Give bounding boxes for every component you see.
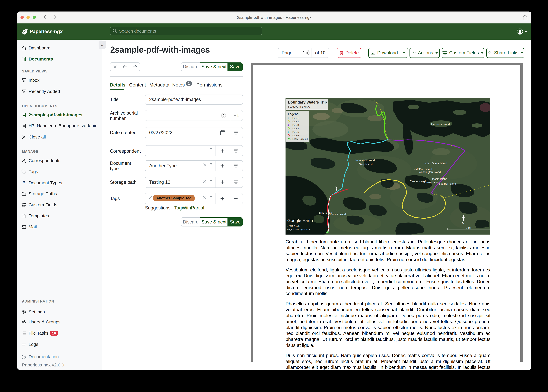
svg-text:Norway Island: Norway Island [423, 181, 440, 184]
svg-text:Day 3: Day 3 [292, 124, 299, 126]
svg-text:Washington Island: Washington Island [419, 171, 441, 174]
svg-text:Legend: Legend [288, 112, 299, 116]
svg-text:Google Earth: Google Earth [287, 218, 313, 223]
svg-text:Text: Text [387, 179, 394, 184]
svg-text:3 mi: 3 mi [466, 226, 471, 229]
svg-text:Day 1: Day 1 [292, 117, 299, 119]
svg-text:Six days in BWCA: Six days in BWCA [288, 105, 310, 108]
svg-text:Day 2: Day 2 [292, 120, 299, 123]
svg-text:Charlies Island: Charlies Island [328, 213, 346, 216]
svg-text:Day 6: Day 6 [292, 134, 299, 137]
svg-text:Day 5: Day 5 [292, 131, 299, 133]
svg-text:Hausons Island: Hausons Island [431, 123, 450, 126]
svg-text:Day 4: Day 4 [292, 127, 299, 130]
svg-text:Boundary Waters Trip: Boundary Waters Trip [288, 100, 327, 104]
svg-text:Indian Grave Island: Indian Grave Island [424, 162, 447, 165]
svg-text:N: N [462, 221, 464, 224]
svg-text:© 2017 Google: © 2017 Google [287, 225, 300, 227]
svg-text:Gary Island: Gary Island [359, 163, 373, 166]
svg-text:Half Dog Island: Half Dog Island [414, 168, 432, 171]
svg-text:Entry Point 24: Entry Point 24 [292, 138, 308, 140]
svg-text:Squirrel Island: Squirrel Island [439, 182, 456, 185]
svg-text:Lincoln Island: Lincoln Island [431, 177, 447, 181]
svg-text:Image © 2017 DigitalGlobe: Image © 2017 DigitalGlobe [287, 228, 310, 231]
svg-text:New York Island: New York Island [355, 159, 375, 162]
